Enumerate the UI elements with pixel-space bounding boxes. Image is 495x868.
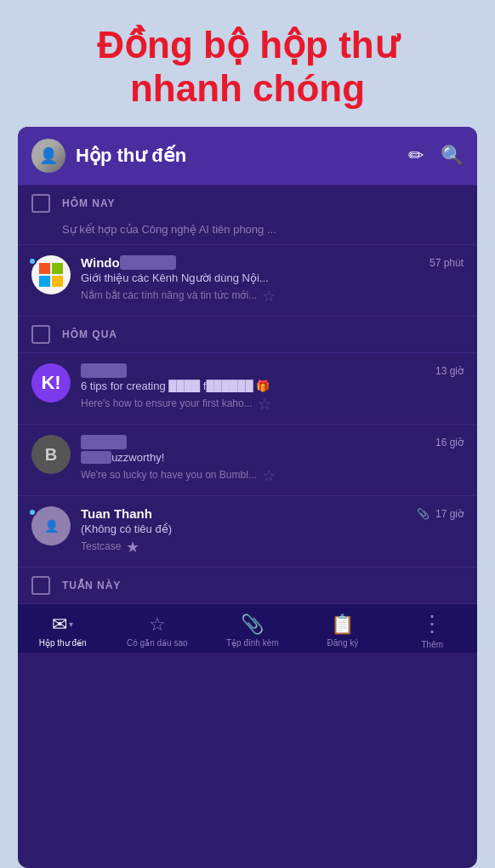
star-icon-windows[interactable]: ☆: [262, 287, 276, 306]
today-checkbox[interactable]: [31, 194, 50, 213]
email-top-tuanthanh: Tuan Thanh 📎 17 giờ: [81, 506, 464, 521]
thisweek-label: TUẦN NÀY: [62, 580, 121, 591]
unread-indicator: [28, 257, 37, 266]
subject-blurred-bumble: [81, 451, 111, 464]
star-icon-kahoot[interactable]: ☆: [258, 395, 271, 414]
edit-icon[interactable]: ✏: [408, 145, 424, 167]
sender-blurred-kahoot: [81, 363, 127, 378]
email-content-bumble: 16 giờ uzzworthy! We're so lucky to have…: [81, 435, 464, 485]
email-preview-kahoot: Here's how to ensure your first kaho... …: [81, 393, 464, 414]
sender-blurred: [120, 255, 177, 270]
email-top-bumble: 16 giờ: [81, 435, 464, 449]
email-preview-tuanthanh: Testcase ★: [81, 536, 464, 557]
bottom-navigation: ✉ ▾ Hộp thư đến ☆ Có gắn dấu sao 📎 Tệp đ…: [18, 603, 477, 653]
email-subject-bumble: uzzworthy!: [81, 451, 464, 464]
nav-item-inbox[interactable]: ✉ ▾ Hộp thư đến: [37, 614, 88, 648]
app-container: 👤 Hộp thư đến ✏ 🔍 HÔM NAY Sự kết hợp của…: [18, 127, 477, 868]
hero-line1: Đồng bộ hộp thư: [97, 24, 397, 66]
email-avatar-kahoot: K!: [31, 363, 71, 403]
attachment-icon: 📎: [417, 508, 430, 520]
email-content-kahoot: 13 giờ 6 tips for creating ████ f██████ …: [81, 363, 464, 414]
preview-text-windows: Nắm bắt các tính năng và tin tức mới...: [81, 289, 257, 301]
inbox-title: Hộp thư đến: [76, 145, 398, 167]
nav-item-attachments[interactable]: 📎 Tệp đính kèm: [226, 614, 279, 648]
nav-item-subscribe[interactable]: 📋 Đăng ký: [317, 614, 368, 648]
search-icon[interactable]: 🔍: [441, 145, 464, 167]
email-item[interactable]: Windo 57 phút Giới thiệu các Kênh Người …: [18, 245, 477, 316]
email-subject-tuanthanh: (Không có tiêu đề): [81, 523, 464, 535]
starred-icon: ☆: [149, 614, 166, 636]
email-item-bumble[interactable]: B 16 giờ uzzworthy! We're so lucky to ha…: [18, 425, 477, 495]
unread-indicator-tuan: [28, 508, 37, 517]
time-text-tuan: 17 giờ: [435, 508, 464, 520]
more-icon: ⋮: [421, 611, 443, 637]
hero-line2: nhanh chóng: [130, 67, 365, 109]
nav-item-more[interactable]: ⋮ Thêm: [407, 611, 458, 649]
nav-label-subscribe: Đăng ký: [327, 638, 359, 648]
email-content-windows: Windo 57 phút Giới thiệu các Kênh Người …: [81, 255, 464, 306]
star-icon-tuanthanh[interactable]: ★: [126, 538, 139, 557]
nav-label-more: Thêm: [422, 640, 444, 649]
header-actions: ✏ 🔍: [408, 145, 464, 167]
email-time-bumble: 16 giờ: [435, 437, 464, 448]
email-avatar-tuanthanh: 👤: [31, 506, 71, 545]
email-sender-windows: Windo: [81, 255, 176, 270]
chevron-down-icon: ▾: [69, 620, 73, 629]
inbox-header: 👤 Hộp thư đến ✏ 🔍: [18, 127, 477, 185]
hero-title: Đồng bộ hộp thư nhanh chóng: [0, 0, 495, 127]
ms-quad-2: [52, 263, 63, 274]
preview-text-tuan: Testcase: [81, 540, 121, 552]
nav-label-starred: Có gắn dấu sao: [127, 638, 188, 648]
preview-text-kahoot: Here's how to ensure your first kaho...: [81, 397, 253, 409]
ms-quad-1: [39, 263, 50, 274]
avatar: 👤: [31, 139, 65, 173]
yesterday-label: HÔM QUA: [62, 328, 117, 340]
email-sender-bumble: [81, 435, 127, 449]
email-avatar-windows: [31, 255, 71, 294]
section-thisweek: TUẦN NÀY: [18, 568, 477, 603]
email-subject-kahoot: 6 tips for creating ████ f██████ 🎁: [81, 380, 464, 392]
nav-label-inbox: Hộp thư đến: [39, 638, 87, 648]
email-content-tuanthanh: Tuan Thanh 📎 17 giờ (Không có tiêu đề) T…: [81, 506, 464, 557]
email-item-tuanthanh[interactable]: 👤 Tuan Thanh 📎 17 giờ (Không có tiêu đề)…: [18, 496, 477, 567]
attachments-icon: 📎: [241, 614, 264, 636]
email-top-windows: Windo 57 phút: [81, 255, 464, 270]
today-preview-text: Sự kết hợp của Công nghệ AI tiên phong .…: [18, 221, 477, 244]
email-sender-kahoot: [81, 363, 127, 378]
nav-item-starred[interactable]: ☆ Có gắn dấu sao: [127, 614, 188, 648]
today-label: HÔM NAY: [62, 197, 116, 209]
email-preview-bumble: We're so lucky to have you on Bumbl... ☆: [81, 465, 464, 485]
email-subject-windows: Giới thiệu các Kênh Người dùng Nội...: [81, 271, 464, 284]
star-icon-bumble[interactable]: ☆: [262, 466, 276, 485]
email-time-kahoot: 13 giờ: [435, 365, 464, 377]
nav-label-attachments: Tệp đính kèm: [226, 638, 279, 648]
subscribe-icon: 📋: [331, 614, 354, 636]
sender-blurred-bumble: [81, 435, 127, 449]
email-time-windows: 57 phút: [430, 257, 464, 269]
ms-quad-3: [39, 276, 50, 287]
email-avatar-bumble: B: [31, 435, 71, 474]
inbox-icon: ✉: [52, 614, 67, 636]
email-item-kahoot[interactable]: K! 13 giờ 6 tips for creating ████ f████…: [18, 353, 477, 424]
preview-text-bumble: We're so lucky to have you on Bumbl...: [81, 469, 257, 481]
thisweek-checkbox[interactable]: [31, 576, 50, 595]
ms-quad-4: [52, 276, 63, 287]
email-preview-windows: Nắm bắt các tính năng và tin tức mới... …: [81, 285, 464, 306]
avatar-image: 👤: [31, 139, 65, 173]
section-today: HÔM NAY: [18, 186, 477, 221]
email-top-kahoot: 13 giờ: [81, 363, 464, 378]
inbox-icon-wrap: ✉ ▾: [52, 614, 73, 636]
microsoft-logo: [39, 263, 63, 287]
section-yesterday: HÔM QUA: [18, 317, 477, 352]
email-sender-tuanthanh: Tuan Thanh: [81, 506, 152, 521]
email-time-tuanthanh: 📎 17 giờ: [417, 508, 464, 520]
yesterday-checkbox[interactable]: [31, 325, 50, 344]
